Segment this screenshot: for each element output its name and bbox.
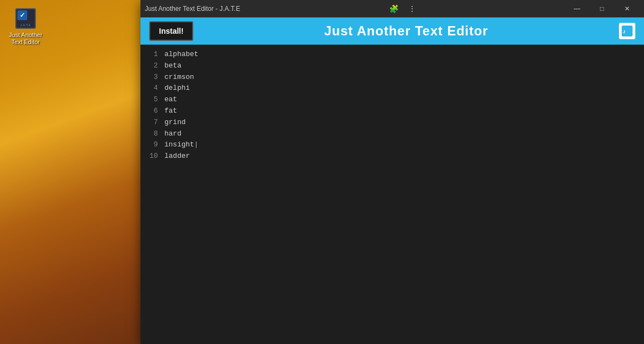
title-bar-controls: — □ ✕ xyxy=(565,0,640,17)
line-number: 10 xyxy=(147,151,158,162)
jate-icon-image xyxy=(15,8,36,29)
line-number: 3 xyxy=(147,72,158,83)
jate-icon-check xyxy=(17,10,27,20)
app-header: Install! Just Another Text Editor J xyxy=(140,17,644,45)
line-number: 2 xyxy=(147,60,158,72)
header-logo: J xyxy=(619,23,635,39)
app-title: Just Another Text Editor xyxy=(193,23,619,39)
jate-icon-label: Just Another xyxy=(9,32,42,39)
svg-text:J: J xyxy=(623,29,625,34)
line-number: 1 xyxy=(147,49,158,60)
line-numbers: 12345678910 xyxy=(140,45,162,344)
minimize-button[interactable]: — xyxy=(565,0,590,17)
close-button[interactable]: ✕ xyxy=(615,0,640,17)
code-line: ladder xyxy=(164,151,640,162)
code-line: delphi xyxy=(164,83,640,94)
line-number: 7 xyxy=(147,117,158,128)
line-number: 8 xyxy=(147,128,158,140)
jate-desktop-icon[interactable]: Just Another Text Editor xyxy=(5,5,46,48)
code-line: fat xyxy=(164,106,640,117)
code-line: alphabet xyxy=(164,49,640,60)
editor-area[interactable]: 12345678910 alphabetbetacrimsondelphieat… xyxy=(140,45,644,344)
code-content[interactable]: alphabetbetacrimsondelphieatfatgrindhard… xyxy=(162,45,644,344)
line-number: 6 xyxy=(147,106,158,117)
window-title: Just Another Text Editor - J.A.T.E xyxy=(145,5,240,13)
code-line: eat xyxy=(164,94,640,106)
extensions-icon[interactable]: 🧩 xyxy=(387,3,401,14)
title-bar-icons: 🧩 ⋮ xyxy=(387,3,418,14)
more-options-icon[interactable]: ⋮ xyxy=(406,3,418,14)
code-line: grind xyxy=(164,117,640,128)
jate-icon-outer xyxy=(15,8,36,29)
code-line: hard xyxy=(164,128,640,140)
code-line: insight xyxy=(164,139,640,151)
line-number: 5 xyxy=(147,94,158,106)
title-bar-left: Just Another Text Editor - J.A.T.E xyxy=(145,5,240,13)
app-content: Install! Just Another Text Editor J 1234… xyxy=(140,17,644,344)
install-button[interactable]: Install! xyxy=(149,21,193,41)
line-number: 9 xyxy=(147,139,158,151)
maximize-button[interactable]: □ xyxy=(590,0,615,17)
code-line: beta xyxy=(164,60,640,72)
line-number: 4 xyxy=(147,83,158,94)
browser-window: Just Another Text Editor - J.A.T.E 🧩 ⋮ —… xyxy=(140,0,644,344)
code-line: crimson xyxy=(164,72,640,83)
title-bar: Just Another Text Editor - J.A.T.E 🧩 ⋮ —… xyxy=(140,0,644,17)
jate-icon-label2: Text Editor xyxy=(11,39,40,46)
desktop-icons: Just Another Text Editor xyxy=(5,5,46,48)
